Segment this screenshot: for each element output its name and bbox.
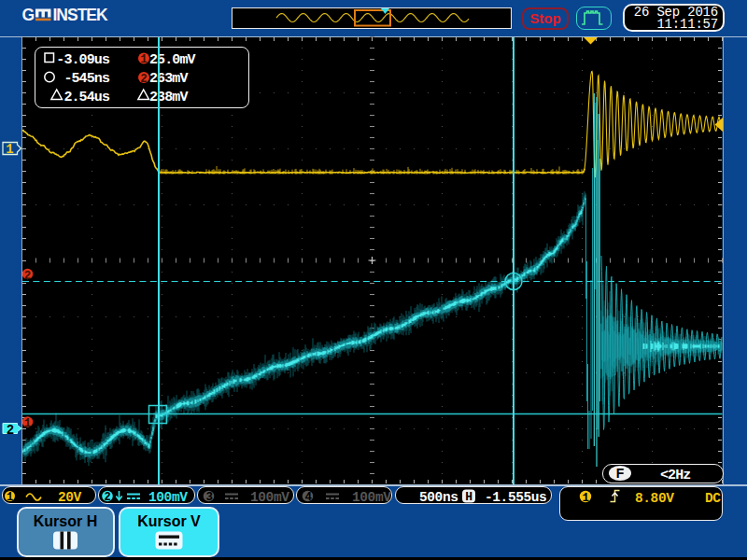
svg-text:20V: 20V bbox=[58, 490, 82, 505]
svg-text:1: 1 bbox=[6, 142, 13, 157]
svg-text:2: 2 bbox=[24, 270, 32, 283]
svg-text:3: 3 bbox=[205, 491, 212, 504]
svg-text:100mV: 100mV bbox=[352, 490, 391, 505]
svg-text:H: H bbox=[465, 490, 472, 504]
svg-text:100mV: 100mV bbox=[250, 490, 289, 505]
svg-text:500ns: 500ns bbox=[419, 490, 458, 505]
svg-text:-3.09us: -3.09us bbox=[56, 52, 110, 68]
svg-text:-1.555us: -1.555us bbox=[485, 490, 546, 505]
svg-text:4: 4 bbox=[304, 491, 312, 504]
svg-text:8.80V: 8.80V bbox=[635, 491, 674, 506]
svg-text:263mV: 263mV bbox=[149, 71, 188, 87]
svg-text:1: 1 bbox=[140, 53, 148, 66]
svg-text:1: 1 bbox=[582, 492, 588, 505]
svg-text:1: 1 bbox=[24, 417, 32, 430]
svg-text:238mV: 238mV bbox=[149, 90, 188, 105]
svg-text:F: F bbox=[616, 466, 625, 481]
svg-text:100mV: 100mV bbox=[148, 490, 188, 505]
svg-text:DC: DC bbox=[705, 491, 721, 506]
svg-text:2.54us: 2.54us bbox=[63, 90, 110, 105]
svg-text:25.0mV: 25.0mV bbox=[149, 52, 196, 68]
svg-text:<2Hz: <2Hz bbox=[660, 468, 690, 483]
svg-text:2: 2 bbox=[105, 491, 111, 504]
svg-text:1: 1 bbox=[7, 491, 13, 504]
svg-text:2: 2 bbox=[140, 73, 148, 86]
svg-text:-545ns: -545ns bbox=[63, 71, 110, 87]
svg-text:2: 2 bbox=[7, 423, 14, 438]
